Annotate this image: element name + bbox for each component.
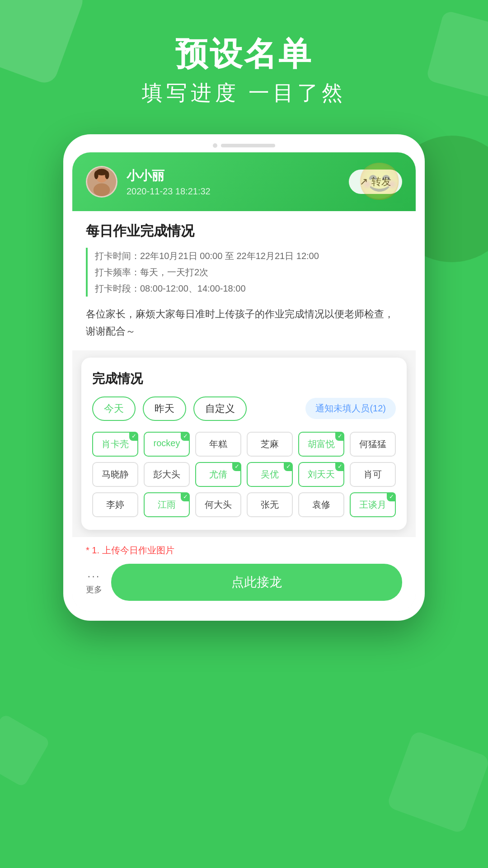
filter-custom[interactable]: 自定义 — [193, 396, 247, 421]
phone-screen: 😊 — [72, 152, 416, 612]
check-mark-icon: ✓ — [284, 462, 293, 471]
more-button[interactable]: ··· 更多 — [86, 570, 102, 595]
check-mark-icon: ✓ — [335, 432, 344, 441]
name-tag[interactable]: 张无 — [247, 492, 293, 517]
phone-frame: 😊 — [63, 134, 425, 621]
required-star: * — [86, 545, 89, 555]
name-tag[interactable]: 马晓静 — [92, 462, 138, 487]
completion-title: 完成情况 — [92, 370, 396, 387]
name-tag[interactable]: 吴优✓ — [247, 462, 293, 487]
filter-today[interactable]: 今天 — [92, 396, 136, 421]
completion-panel: 完成情况 今天 昨天 自定义 通知未填人员(12) 肖卡壳✓rockey✓年糕芝… — [81, 358, 407, 530]
check-mark-icon: ✓ — [129, 432, 138, 441]
submit-button[interactable]: 点此接龙 — [111, 564, 402, 601]
post-info-line-2: 打卡频率：每天，一天打2次 — [95, 264, 402, 280]
header-section: 预设名单 填写进度 一目了然 — [0, 0, 488, 107]
check-mark-icon: ✓ — [181, 432, 190, 441]
name-tag[interactable]: 何猛猛 — [350, 432, 396, 457]
post-content: 每日作业完成情况 打卡时间：22年10月21日 00:00 至 22年12月21… — [72, 211, 416, 350]
phone-notch-bar — [72, 143, 416, 148]
name-tag[interactable]: 肖卡壳✓ — [92, 432, 138, 457]
name-tag[interactable]: 年糕 — [195, 432, 241, 457]
bg-decoration-5 — [386, 730, 488, 835]
name-tag[interactable]: rockey✓ — [144, 432, 190, 457]
svg-point-2 — [94, 184, 110, 197]
post-info-line-1: 打卡时间：22年10月21日 00:00 至 22年12月21日 12:00 — [95, 248, 402, 264]
bottom-bar: ··· 更多 点此接龙 — [72, 557, 416, 612]
notch-line — [221, 144, 275, 147]
more-label: 更多 — [86, 584, 102, 595]
post-bottom: * 1. 上传今日作业图片 — [72, 537, 416, 557]
author-info: 小小丽 2020-11-23 18:21:32 — [127, 167, 340, 197]
phone-mockup: 😊 — [63, 134, 425, 621]
name-tag[interactable]: 芝麻 — [247, 432, 293, 457]
bg-decoration-4 — [0, 713, 51, 788]
author-time: 2020-11-23 18:21:32 — [127, 186, 340, 197]
post-author-row: 小小丽 2020-11-23 18:21:32 ↗ 转发 — [86, 166, 402, 198]
post-info-line-3: 打卡时段：08:00-12:00、14:00-18:00 — [95, 280, 402, 297]
name-tag[interactable]: 刘天天✓ — [298, 462, 344, 487]
post-content-title: 每日作业完成情况 — [86, 222, 402, 241]
name-tag[interactable]: 肖可 — [350, 462, 396, 487]
svg-point-6 — [105, 171, 109, 179]
filter-row: 今天 昨天 自定义 通知未填人员(12) — [92, 396, 396, 421]
author-name: 小小丽 — [127, 167, 340, 184]
required-item-text: 1. 上传今日作业图片 — [92, 545, 174, 555]
check-mark-icon: ✓ — [232, 462, 241, 471]
name-tag[interactable]: 彭大头 — [144, 462, 190, 487]
check-mark-icon: ✓ — [387, 492, 396, 501]
name-tag[interactable]: 王谈月✓ — [350, 492, 396, 517]
required-label: * 1. 上传今日作业图片 — [86, 544, 402, 557]
avatar — [86, 166, 117, 198]
check-mark-icon: ✓ — [335, 462, 344, 471]
more-dots-icon: ··· — [87, 570, 100, 582]
name-tag[interactable]: 袁修 — [298, 492, 344, 517]
check-mark-icon: ✓ — [181, 492, 190, 501]
name-grid: 肖卡壳✓rockey✓年糕芝麻胡富悦✓何猛猛马晓静彭大头尤倩✓吴优✓刘天天✓肖可… — [92, 432, 396, 517]
svg-point-5 — [94, 171, 99, 179]
name-tag[interactable]: 尤倩✓ — [195, 462, 241, 487]
page-title: 预设名单 — [0, 36, 488, 72]
post-header: 😊 — [72, 152, 416, 211]
name-tag[interactable]: 何大头 — [195, 492, 241, 517]
name-tag[interactable]: 李婷 — [92, 492, 138, 517]
name-tag[interactable]: 江雨✓ — [144, 492, 190, 517]
name-tag[interactable]: 胡富悦✓ — [298, 432, 344, 457]
post-info-block: 打卡时间：22年10月21日 00:00 至 22年12月21日 12:00 打… — [86, 248, 402, 297]
notch-dot — [213, 143, 217, 148]
smiley-decoration: 😊 — [357, 160, 402, 203]
filter-yesterday[interactable]: 昨天 — [143, 396, 186, 421]
page-subtitle: 填写进度 一目了然 — [0, 79, 488, 107]
notify-unfilled-button[interactable]: 通知未填人员(12) — [305, 398, 396, 419]
post-body-text: 各位家长，麻烦大家每日准时上传孩子的作业完成情况以便老师检查，谢谢配合～ — [86, 306, 402, 340]
